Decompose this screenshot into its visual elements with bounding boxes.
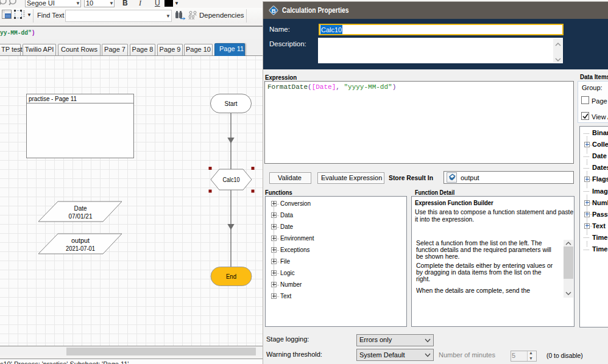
svg-text:output: output (71, 237, 90, 244)
svg-text:practise - Page 11: practise - Page 11 (29, 95, 77, 102)
svg-text:End: End (226, 273, 236, 280)
svg-text:Calc10: Calc10 (223, 176, 240, 183)
svg-text:2021-07-01: 2021-07-01 (66, 245, 95, 252)
svg-text:07/01/21: 07/01/21 (69, 212, 93, 220)
svg-text:Date: Date (74, 205, 87, 212)
svg-text:Start: Start (225, 100, 238, 107)
svg-text:B: B (272, 7, 276, 14)
